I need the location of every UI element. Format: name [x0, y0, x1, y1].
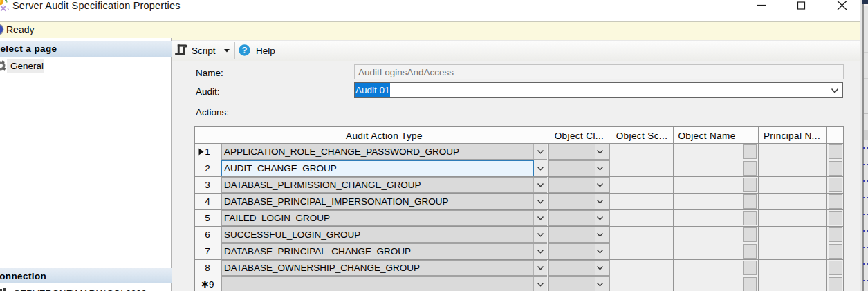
- svg-text:?: ?: [242, 46, 248, 55]
